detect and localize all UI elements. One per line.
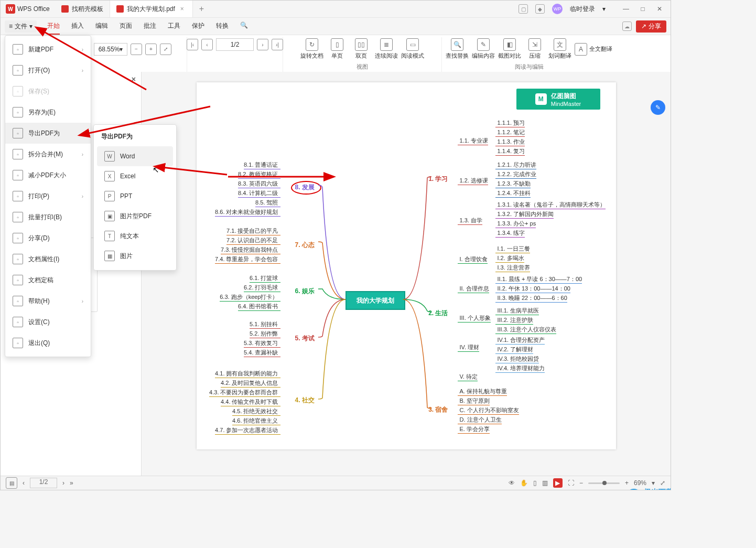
login-dropdown-icon[interactable]: ▾ xyxy=(602,5,606,13)
export-word[interactable]: WWord xyxy=(97,146,173,166)
node-life: 2. 生活 xyxy=(428,309,448,318)
user-avatar[interactable]: WP xyxy=(552,4,563,14)
zoom-in-button[interactable]: + xyxy=(145,44,157,55)
filemenu-item-5[interactable]: ▫拆分合并(M)› xyxy=(5,144,91,165)
page-indicator[interactable]: 1/2 xyxy=(216,38,254,51)
find-replace-button[interactable]: 🔍查找替换 xyxy=(446,38,469,60)
filemenu-item-14[interactable]: ▫退出(Q) xyxy=(5,332,91,353)
zoom-out-icon[interactable]: − xyxy=(579,479,583,487)
tab-convert[interactable]: 转换 xyxy=(216,18,229,35)
tab-comment[interactable]: 批注 xyxy=(144,18,156,35)
sidebar-toggle-icon[interactable]: ▤ xyxy=(6,477,17,489)
mindmap-leaf: E. 学会分享 xyxy=(458,425,490,434)
filemenu-item-11[interactable]: ▫文档定稿 xyxy=(5,270,91,291)
zoom-select[interactable]: 68.55% ▾ xyxy=(94,43,127,56)
pdf-icon xyxy=(116,5,124,13)
layout2-icon[interactable]: ▥ xyxy=(542,479,548,487)
zoom-dropdown-icon[interactable]: ▾ xyxy=(652,479,655,487)
cloud-icon[interactable]: ☁ xyxy=(622,22,632,31)
export-image[interactable]: ▦图片 xyxy=(97,246,173,266)
edit-content-button[interactable]: ✎编辑内容 xyxy=(472,38,495,60)
next-icon[interactable]: › xyxy=(62,479,64,487)
zoom-out-button[interactable]: − xyxy=(131,44,142,55)
first-page-button[interactable]: |‹ xyxy=(187,39,198,50)
rotate-button[interactable]: ↻旋转文档 xyxy=(300,38,323,60)
prev-icon[interactable]: ‹ xyxy=(23,479,25,487)
tab-start[interactable]: 开始 xyxy=(47,18,60,35)
btn-label: 截图对比 xyxy=(498,52,521,60)
ribbon: ▣图片 ⧉拆分合并 ▶播放 68.55% ▾ − + ⤢ |‹ ‹ 1/2 › … xyxy=(1,35,671,77)
maximize-button[interactable]: □ xyxy=(635,2,651,16)
fit-button[interactable]: ⤢ xyxy=(160,44,171,55)
prev-page-button[interactable]: ‹ xyxy=(201,39,213,50)
titlebar-icon1[interactable]: ▢ xyxy=(519,4,528,14)
export-image-pdf[interactable]: ▣图片型PDF xyxy=(97,206,173,226)
filemenu-item-10[interactable]: ▫文档属性(I) xyxy=(5,249,91,270)
hand-icon[interactable]: ✋ xyxy=(520,479,528,487)
submenu-arrow-icon: › xyxy=(82,131,83,136)
eye-icon[interactable]: 👁 xyxy=(509,479,515,487)
layout1-icon[interactable]: ▯ xyxy=(533,479,537,487)
export-excel[interactable]: XExcel xyxy=(97,166,173,186)
tab-close-icon[interactable]: × xyxy=(178,5,186,13)
login-text[interactable]: 临时登录 xyxy=(570,5,595,14)
menu-item-icon: ▫ xyxy=(13,107,23,117)
last-page-button[interactable]: ›| xyxy=(272,39,283,50)
pdf-viewer[interactable]: M 亿图脑图 MindMaster 我的大学规划 8. 发展 7. 心态 6. … xyxy=(142,72,671,476)
mindmap-root: 我的大学规划 xyxy=(345,291,405,310)
export-ppt[interactable]: PPPT xyxy=(97,186,173,206)
menu-item-label: 帮助(H) xyxy=(28,297,50,306)
filemenu-item-1[interactable]: ▫打开(O)› xyxy=(5,60,91,81)
filemenu-item-9[interactable]: ▫分享(D) xyxy=(5,228,91,249)
tab-page[interactable]: 页面 xyxy=(120,18,132,35)
pane-close-icon[interactable]: × xyxy=(132,75,136,83)
screenshot-compare-button[interactable]: ◧截图对比 xyxy=(498,38,521,60)
filemenu-item-2: ▫保存(S) xyxy=(5,81,91,102)
page-input[interactable]: 1/2 xyxy=(30,478,57,488)
tab-tools[interactable]: 工具 xyxy=(168,18,180,35)
mindmap-leaf: III.1. 生病早就医 xyxy=(495,307,539,315)
node-dorm: 3. 宿舍 xyxy=(428,405,448,414)
filemenu-item-12[interactable]: ▫帮助(H)› xyxy=(5,291,91,311)
new-tab-button[interactable]: + xyxy=(193,4,210,14)
help-float-button[interactable]: ✎ xyxy=(651,100,665,115)
single-page-button[interactable]: ▯单页 xyxy=(327,38,348,60)
reading-mode-button[interactable]: ▭阅读模式 xyxy=(401,38,424,60)
item-label: 图片型PDF xyxy=(120,212,152,221)
filemenu-item-13[interactable]: ▫设置(C) xyxy=(5,311,91,332)
titlebar-icon2[interactable]: ◆ xyxy=(535,4,545,14)
filemenu-item-7[interactable]: ▫打印(P)› xyxy=(5,186,91,207)
expand-icon[interactable]: ⤢ xyxy=(660,479,665,487)
filemenu-item-0[interactable]: ▫新建PDF› xyxy=(5,39,91,60)
tab-edit[interactable]: 编辑 xyxy=(95,18,108,35)
compress-button[interactable]: ⇲压缩 xyxy=(524,38,545,60)
tab-insert[interactable]: 插入 xyxy=(71,18,84,35)
continuous-button[interactable]: ≣连续阅读 xyxy=(375,38,398,60)
btn-label: 查找替换 xyxy=(446,52,469,60)
tab-protect[interactable]: 保护 xyxy=(192,18,204,35)
mindmap-leaf: 7.3. 慢慢挖掘自我特点 xyxy=(221,246,280,254)
menu-item-icon: ▫ xyxy=(13,128,23,138)
zoom-slider[interactable] xyxy=(588,482,620,484)
zoom-in-icon[interactable]: + xyxy=(625,479,629,487)
present-icon[interactable]: ▶ xyxy=(553,478,563,488)
next-page-button[interactable]: › xyxy=(257,39,268,50)
minimize-button[interactable]: — xyxy=(618,2,634,16)
search-icon[interactable]: 🔍 xyxy=(240,18,248,35)
tab-document[interactable]: 我的大学规划.pdf × xyxy=(110,1,193,17)
fullscreen-icon[interactable]: ⛶ xyxy=(568,479,574,487)
tab-templates[interactable]: 找稻壳模板 xyxy=(55,1,110,17)
last-icon[interactable]: » xyxy=(70,479,73,487)
full-translate-button[interactable]: A全文翻译 xyxy=(575,43,612,56)
filemenu-item-8[interactable]: ▫批量打印(B) xyxy=(5,207,91,228)
share-button[interactable]: ↗ 分享 xyxy=(636,20,666,33)
filemenu-item-3[interactable]: ▫另存为(E) xyxy=(5,102,91,123)
file-menu-button[interactable]: ≡ 文件 ▾ xyxy=(5,20,37,33)
filemenu-item-6[interactable]: ▫减小PDF大小 xyxy=(5,165,91,186)
dual-page-button[interactable]: ▯▯双页 xyxy=(351,38,372,60)
close-button[interactable]: ✕ xyxy=(652,2,667,16)
word-translate-button[interactable]: 文划词翻译 xyxy=(548,38,571,60)
export-text[interactable]: T纯文本 xyxy=(97,226,173,246)
filemenu-item-4[interactable]: ▫导出PDF为› xyxy=(5,123,91,144)
zoom-knob[interactable] xyxy=(602,481,607,485)
